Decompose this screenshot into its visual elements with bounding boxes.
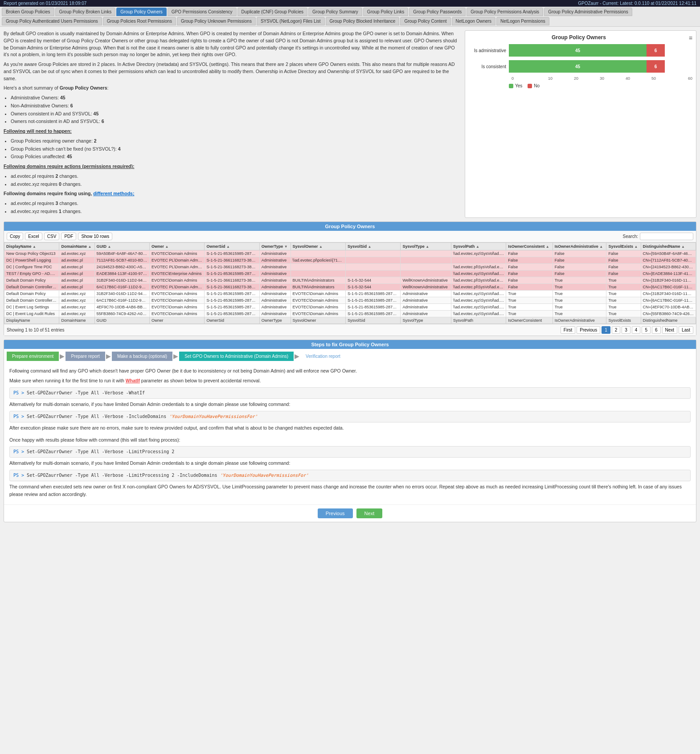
step-btn-set-owners[interactable]: Set GPO Owners to Administrative (Domain…: [179, 352, 294, 361]
nav-tab-group-policy-authenticated-users-permissions[interactable]: Group Policy Authenticated Users Permiss…: [2, 17, 102, 25]
nav-tab-group-policies-root-permissions[interactable]: Group Policies Root Permissions: [103, 17, 176, 25]
pagination-page-4[interactable]: 4: [632, 326, 641, 334]
pagination-page-6[interactable]: 6: [652, 326, 661, 334]
cell-sysvolowner: EVOTEC\Domain Admins: [291, 290, 345, 297]
previous-button[interactable]: Previous: [318, 508, 353, 518]
cell-displayname: New Group Policy Object13: [4, 250, 59, 257]
cell-sysvolpath: \\ad.evotec.xyz\SysVol\ad.evotec.xyz\Pol…: [451, 310, 506, 317]
col-isownerconsistent[interactable]: IsOwnerConsistent ▲: [506, 242, 553, 250]
copy-button[interactable]: Copy: [7, 233, 23, 240]
nav-tab-group-policy-unknown-permissions[interactable]: Group Policy Unknown Permissions: [177, 17, 256, 25]
cell-sysvolowner: \\ad.evotec.pl\policies\{7112AF81-5CB7-4…: [291, 257, 345, 263]
nav-tab-broken-group-policies[interactable]: Broken Group Policies: [2, 8, 54, 16]
col-sysvolsid[interactable]: SysvolSid ▲: [345, 242, 400, 250]
different-methods-link[interactable]: different methods;: [93, 191, 134, 196]
foot-sysvoltype: SysvolType: [401, 317, 451, 324]
step-btn-prepare-report[interactable]: Prepare report: [65, 352, 105, 361]
col-sysvolowner[interactable]: SysvolOwner ▲: [291, 242, 345, 250]
nav-tab-sysvol--netlogon--files-list[interactable]: SYSVOL (NetLogon) Files List: [257, 17, 325, 25]
legend-yes-label: Yes: [515, 83, 522, 88]
nav-tab-duplicate--cnf--group-policies[interactable]: Duplicate (CNF) Group Policies: [237, 8, 308, 16]
pagination-previous[interactable]: Previous: [577, 326, 600, 334]
cell-sysvoltype: [401, 263, 451, 270]
x-label-10: 10: [537, 76, 563, 81]
cell-sysvolsid: [345, 270, 400, 277]
col-sysvolexists[interactable]: SysvolExists ▲: [606, 242, 641, 250]
pagination-page-3[interactable]: 3: [622, 326, 630, 334]
cell-guid: 4EF9C70-10DB-4AB6-BBA3-14A8E07F0B4B: [94, 303, 149, 310]
cell-isowneradministrative: True: [553, 297, 606, 303]
chart-row-consistent: Is consistent 45 6: [469, 60, 692, 73]
pagination-next[interactable]: Next: [662, 326, 678, 334]
bar-yes-consistent: 45: [509, 60, 647, 73]
cell-ownertype: Administrative: [259, 263, 291, 270]
col-sysvolpath[interactable]: SysvolPath ▲: [451, 242, 506, 250]
nav-tab-group-policy-administrative-permissions[interactable]: Group Policy Administrative Permissions: [544, 8, 632, 16]
foot-sysvolsid: SysvolSid: [345, 317, 400, 324]
col-domainname[interactable]: DomainName ▲: [59, 242, 94, 250]
cell-ownertype: Administrative: [259, 283, 291, 290]
next-button[interactable]: Next: [356, 508, 383, 518]
step-btn-prepare-env[interactable]: Prepare environment: [7, 352, 59, 361]
code3-text: Set-GPOZaurrOwner -Type All -Verbose -Li…: [27, 449, 174, 454]
cell-displayname: Default Domain Controllers Policy: [4, 283, 59, 290]
col-displayname[interactable]: DisplayName ▲: [4, 242, 59, 250]
step-btn-backup[interactable]: Make a backup (optional): [112, 352, 172, 361]
excel-button[interactable]: Excel: [25, 233, 42, 240]
cell-sysvolexists: False: [606, 257, 641, 263]
csv-button[interactable]: CSV: [44, 233, 60, 240]
cell-displayname: TEST / Empty GPO - AD.EVOTEC.PL CrossDom…: [4, 270, 59, 277]
x-label-60: 60: [667, 76, 692, 81]
col-owner[interactable]: Owner ▲: [149, 242, 204, 250]
pagination-page-1[interactable]: 1: [602, 326, 610, 334]
col-ownersid[interactable]: OwnerSid ▲: [205, 242, 259, 250]
pagination-page-5[interactable]: 5: [642, 326, 651, 334]
pagination-last[interactable]: Last: [679, 326, 693, 334]
cell-domainname: ad.evotec.xyz: [59, 297, 94, 303]
nav-tab-group-policy-passwords[interactable]: Group Policy Passwords: [409, 8, 466, 16]
step-btn-verification[interactable]: Verification report: [300, 352, 346, 361]
cell-ownertype: Administrative: [259, 270, 291, 277]
nav-tab-netlogon-permissions[interactable]: NetLogon Permissions: [496, 17, 549, 25]
col-sysvoltype[interactable]: SysvolType ▲: [401, 242, 451, 250]
col-guid[interactable]: GUID ▲: [94, 242, 149, 250]
nav-tab-group-policy-links[interactable]: Group Policy Links: [363, 8, 408, 16]
cell-isowneradministrative: True: [553, 277, 606, 283]
cell-sysvolexists: True: [606, 290, 641, 297]
pagination-page-2[interactable]: 2: [612, 326, 621, 334]
cell-guid: 6AC17B6C-016F-11D2-945F-00C04FB984F9: [94, 297, 149, 303]
x-label-50: 50: [641, 76, 667, 81]
code-block-1: PS > Set-GPOZaurrOwner -Type All -Verbos…: [9, 387, 691, 399]
col-distinguishedname[interactable]: DistinguishedName ▲: [641, 242, 696, 250]
col-isowneradmin[interactable]: IsOwnerAdministrative ▲: [553, 242, 606, 250]
cell-owner: EVOTEC\Domain Admins: [149, 277, 204, 283]
pdf-button[interactable]: PDF: [61, 233, 76, 240]
cell-sysvolexists: True: [606, 283, 641, 290]
nav-tab-gpo-permissions-consistency[interactable]: GPO Permissions Consistency: [168, 8, 237, 16]
search-input[interactable]: [640, 233, 693, 240]
nav-tab-netlogon-owners[interactable]: NetLogon Owners: [452, 17, 496, 25]
fix-item: ad.evotec.pl requires 3 changes.: [11, 200, 461, 207]
nav-tab-group-policy-content[interactable]: Group Policy Content: [400, 17, 450, 25]
bar-no-consistent: 6: [647, 60, 665, 73]
chart-menu-icon[interactable]: ≡: [689, 34, 692, 41]
ps-prefix-2: PS >: [13, 414, 27, 419]
cell-domainname: ad.evotec.pl: [59, 283, 94, 290]
steps-content: Following command will find any GPO whic…: [4, 364, 696, 504]
cell-sysvolowner: [291, 270, 345, 277]
pagination-first[interactable]: First: [561, 326, 575, 334]
nav-tab-group-policy-permissions-analysis[interactable]: Group Policy Permissions Analysis: [467, 8, 543, 16]
fix-list: ad.evotec.pl requires 3 changes. ad.evot…: [11, 200, 461, 215]
nav-tab-group-policy-blocked-inheritance[interactable]: Group Policy Blocked Inheritance: [326, 17, 400, 25]
cell-owner: EVOTEC PL\Domain Admins: [149, 283, 204, 290]
col-ownertype[interactable]: OwnerType ▼: [259, 242, 291, 250]
show-rows-button[interactable]: Show 10 rows: [78, 233, 112, 240]
x-label-30: 30: [589, 76, 615, 81]
nav-tab-group-policy-broken-links[interactable]: Group Policy Broken Links: [55, 8, 116, 16]
cell-isownerconsistent: True: [506, 310, 553, 317]
steps-para1: Following command will find any GPO whic…: [9, 367, 691, 375]
nav-tab-group-policy-summary[interactable]: Group Policy Summary: [308, 8, 362, 16]
nav-tab-group-policy-owners[interactable]: Group Policy Owners: [116, 8, 166, 16]
cell-domainname: ad.evotec.xyz: [59, 303, 94, 310]
cell-ownersid: S-1-5-21-853615985-2870445339-3163598659…: [205, 303, 259, 310]
